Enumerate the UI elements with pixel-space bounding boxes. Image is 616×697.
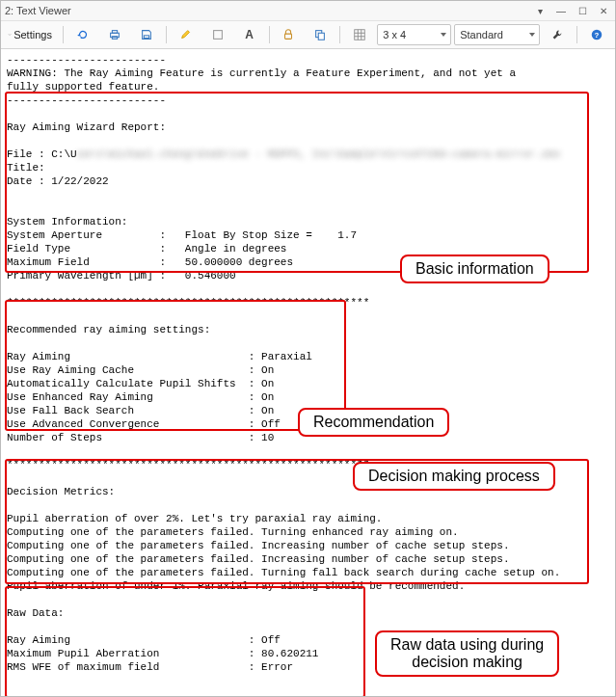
refresh-button[interactable] xyxy=(68,23,97,46)
refresh-icon xyxy=(76,28,90,41)
clear-icon xyxy=(211,28,225,41)
style-dropdown[interactable]: Standard xyxy=(454,24,540,45)
grid-icon xyxy=(353,28,366,41)
style-label: Standard xyxy=(460,29,503,40)
close-button[interactable]: ✕ xyxy=(596,4,611,17)
dropdown-icon[interactable]: ▾ xyxy=(532,4,548,17)
settings-label: Settings xyxy=(13,29,52,40)
highlighter-icon xyxy=(179,28,193,41)
separator xyxy=(576,26,577,43)
save-button[interactable] xyxy=(132,23,161,46)
lock-button[interactable] xyxy=(274,23,303,46)
chevron-down-icon xyxy=(8,28,12,41)
minimize-button[interactable]: — xyxy=(553,4,569,17)
clear-button[interactable] xyxy=(203,23,232,46)
highlighter-button[interactable] xyxy=(172,23,201,46)
grid-size-dropdown[interactable]: 3 x 4 xyxy=(377,24,451,45)
copy-button[interactable] xyxy=(306,23,335,46)
svg-rect-5 xyxy=(285,34,292,39)
svg-text:?: ? xyxy=(595,31,600,40)
print-icon xyxy=(108,28,121,41)
app-window: 2: Text Viewer ▾ — ☐ ✕ Settings xyxy=(0,0,616,697)
help-button[interactable]: ? xyxy=(582,23,611,46)
copy-icon xyxy=(313,28,327,41)
grid-button[interactable] xyxy=(345,23,374,46)
help-icon: ? xyxy=(590,28,603,41)
toolbar: Settings A 3 xyxy=(1,21,615,49)
print-button[interactable] xyxy=(100,23,129,46)
separator xyxy=(63,26,64,43)
svg-rect-1 xyxy=(112,31,117,34)
grid-size-label: 3 x 4 xyxy=(383,29,406,40)
svg-rect-7 xyxy=(319,33,325,40)
text-viewer-content[interactable]: ------------------------- WARNING: The R… xyxy=(1,49,615,696)
title-bar: 2: Text Viewer ▾ — ☐ ✕ xyxy=(1,1,615,21)
svg-rect-3 xyxy=(144,36,148,39)
svg-rect-8 xyxy=(355,30,365,40)
separator xyxy=(166,26,167,43)
text-tool-button[interactable]: A xyxy=(235,23,264,46)
window-controls: ▾ — ☐ ✕ xyxy=(532,4,611,17)
tools-button[interactable] xyxy=(543,23,572,46)
separator xyxy=(339,26,340,43)
maximize-button[interactable]: ☐ xyxy=(575,4,590,17)
window-title: 2: Text Viewer xyxy=(5,5,71,16)
svg-rect-4 xyxy=(213,31,222,40)
content-area: ------------------------- WARNING: The R… xyxy=(1,49,615,696)
save-icon xyxy=(140,28,153,41)
lock-icon xyxy=(281,28,295,41)
wrench-icon xyxy=(550,28,564,41)
settings-button[interactable]: Settings xyxy=(5,23,58,46)
text-icon: A xyxy=(245,28,254,41)
separator xyxy=(269,26,270,43)
